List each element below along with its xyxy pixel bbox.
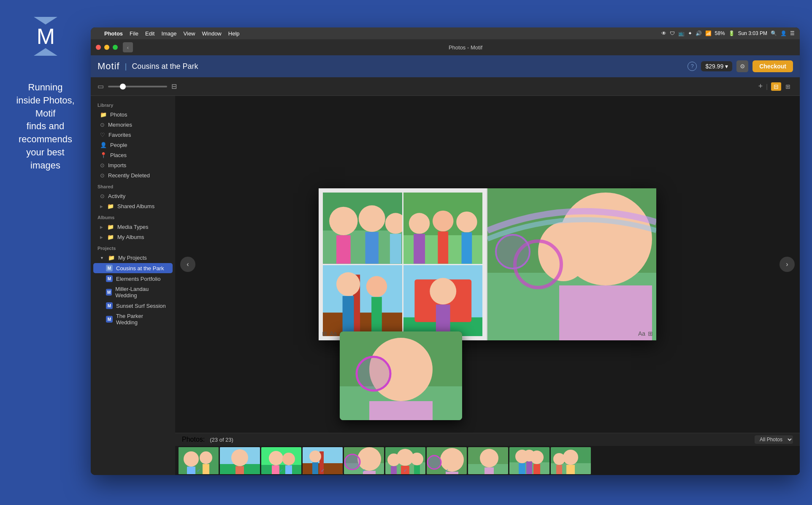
menu-item-image[interactable]: Image (161, 30, 176, 37)
thumb-3[interactable]: ✓ (261, 447, 301, 474)
nav-prev-button[interactable]: ‹ (180, 257, 195, 272)
view-single-button[interactable]: ⊟ (771, 82, 781, 91)
expand-icon-albums: ▶ (100, 235, 103, 239)
search-icon[interactable]: 🔍 (771, 30, 777, 36)
albums-section-header: Albums (91, 212, 175, 222)
main-window: Photos File Edit Image View Window Help … (91, 27, 800, 475)
library-section-header: Library (91, 99, 175, 109)
all-photos-dropdown[interactable]: All Photos (755, 435, 793, 444)
svg-point-21 (366, 276, 387, 296)
text-tool-icon[interactable]: Aa (330, 330, 337, 337)
svg-rect-3 (336, 235, 351, 263)
wifi-icon: 📶 (705, 30, 712, 36)
sidebar-item-photos[interactable]: 📁 Photos (93, 110, 173, 119)
photo-cell-4[interactable] (403, 265, 483, 337)
svg-rect-80 (484, 467, 494, 474)
menu-item-edit[interactable]: Edit (145, 30, 154, 37)
zoom-thumb[interactable] (120, 84, 126, 90)
svg-point-4 (359, 205, 385, 232)
bluetooth-icon: ✦ (688, 30, 692, 36)
thumb-8[interactable] (468, 447, 508, 474)
sidebar-item-people[interactable]: 👤 People (93, 140, 173, 150)
double-page-icon[interactable]: ⊟ (171, 82, 177, 90)
svg-point-64 (345, 454, 360, 470)
check-5: ✓ (362, 468, 366, 473)
sidebar-item-elements-portfolio[interactable]: M Elements Portfolio (93, 274, 173, 284)
svg-point-87 (523, 450, 535, 462)
svg-rect-13 (438, 231, 448, 263)
sidebar-item-places[interactable]: 📍 Places (93, 150, 173, 160)
svg-point-74 (440, 448, 464, 472)
svg-rect-7 (390, 234, 401, 264)
thumb-9[interactable] (509, 447, 549, 474)
price-button[interactable]: $29.99 ▾ (701, 61, 732, 71)
sidebar-item-memories[interactable]: ⊙ Memories (93, 120, 173, 130)
logo-chevron-top-icon (34, 17, 57, 24)
back-button[interactable]: ‹ (123, 42, 133, 52)
thumbnails-row: ✓ (175, 446, 800, 475)
svg-point-69 (387, 453, 400, 466)
list-icon[interactable]: ☰ (790, 30, 795, 36)
sidebar-item-sunset-surf[interactable]: M Sunset Surf Session (93, 301, 173, 311)
svg-rect-48 (235, 466, 244, 474)
photo-cell-2[interactable] (403, 193, 483, 264)
settings-button[interactable]: ⚙ (736, 60, 748, 72)
layout-tool-icon[interactable]: ⊞ (322, 330, 327, 337)
svg-point-32 (538, 222, 589, 281)
sidebar-item-favorites[interactable]: ♡ Favorites (93, 130, 173, 140)
zoom-slider[interactable] (108, 86, 167, 87)
user-icon[interactable]: 👤 (780, 30, 787, 36)
thumb-1[interactable]: ✓ (179, 447, 219, 474)
photos-icon: 📁 (100, 111, 107, 118)
sidebar-item-recently-deleted[interactable]: ⊙ Recently Deleted (93, 171, 173, 180)
svg-point-51 (269, 451, 283, 465)
menu-bar-right: 👁 🛡 📺 ✦ 🔊 📶 58% 🔋 Sun 3:03 PM 🔍 👤 ☰ (661, 30, 795, 36)
svg-rect-54 (285, 465, 292, 474)
photo-cell-1[interactable] (323, 193, 402, 264)
check-7: ✓ (445, 468, 449, 473)
svg-rect-11 (414, 234, 425, 264)
nav-next-button[interactable]: › (780, 257, 795, 272)
shared-albums-icon: 📁 (107, 203, 114, 209)
expand-icon: ▶ (100, 204, 103, 209)
sidebar-item-miller-landau[interactable]: M Miller-Landau Wedding (93, 284, 173, 300)
thumb-10[interactable] (551, 447, 591, 474)
thumb-2[interactable] (220, 447, 260, 474)
my-albums-icon: 📁 (107, 234, 114, 240)
svg-point-12 (433, 211, 453, 231)
svg-point-71 (411, 453, 423, 465)
sidebar-item-imports[interactable]: ⊙ Imports (93, 160, 173, 170)
book-page-right: Aa ⊞ (487, 188, 656, 340)
svg-point-76 (428, 456, 441, 469)
help-button[interactable]: ? (687, 62, 697, 71)
sidebar-item-parker-wedding[interactable]: M The Parker Wedding (93, 311, 173, 327)
menu-item-photos[interactable]: Photos (104, 30, 123, 37)
photo-cell-3[interactable] (323, 265, 402, 337)
minimize-button[interactable] (104, 45, 109, 50)
menu-item-window[interactable]: Window (202, 30, 222, 37)
thumb-7[interactable]: ✓ (427, 447, 467, 474)
sidebar-item-shared-albums[interactable]: ▶ 📁 Shared Albums (93, 201, 173, 211)
view-grid-button[interactable]: ⊞ (783, 82, 793, 91)
sidebar-item-cousins-park[interactable]: M Cousins at the Park (93, 263, 173, 273)
toolbar-right: ? $29.99 ▾ ⚙ Checkout (687, 60, 793, 72)
sidebar-item-my-albums[interactable]: ▶ 📁 My Albums (93, 232, 173, 242)
thumb-6[interactable]: ✓ (385, 447, 425, 474)
menu-item-help[interactable]: Help (228, 30, 240, 37)
svg-rect-5 (365, 232, 378, 263)
view-toggle: ⊟ ⊞ (771, 82, 793, 91)
single-page-icon[interactable]: ▭ (97, 82, 104, 90)
maximize-button[interactable] (113, 45, 118, 50)
menu-item-file[interactable]: File (130, 30, 138, 37)
sidebar-item-activity[interactable]: ⊙ Activity (93, 191, 173, 201)
close-button[interactable] (96, 45, 101, 50)
menu-item-view[interactable]: View (184, 30, 195, 37)
sidebar-item-media-types[interactable]: ▶ 📁 Media Types (93, 222, 173, 232)
thumb-5[interactable]: ✓ (344, 447, 384, 474)
add-layout-button[interactable]: + (758, 82, 763, 91)
sidebar-item-my-projects[interactable]: ▼ 📁 My Projects (93, 253, 173, 263)
thumb-4[interactable]: ✓ (303, 447, 343, 474)
right-text-tool-icon[interactable]: Aa (638, 330, 645, 337)
right-layout-tool-icon[interactable]: ⊞ (648, 330, 653, 337)
checkout-button[interactable]: Checkout (752, 60, 793, 72)
